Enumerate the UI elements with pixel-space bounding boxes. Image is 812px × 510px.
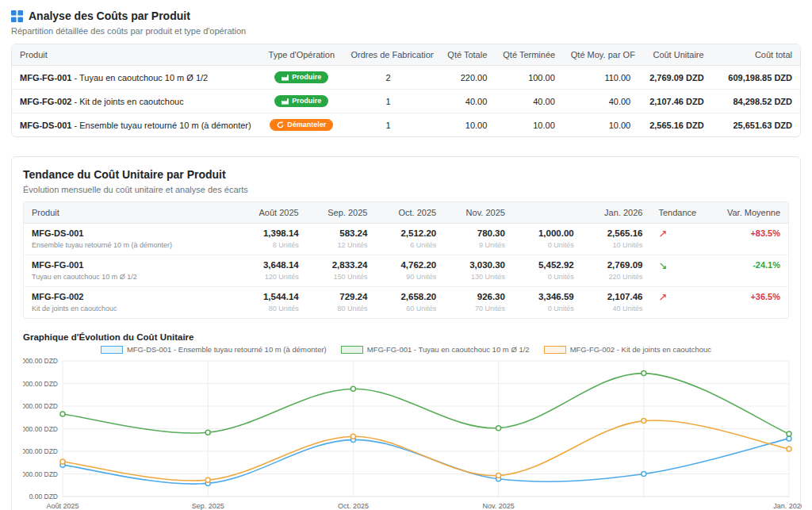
- orders-cell: 2: [343, 66, 433, 90]
- y-axis-tick-label: 2000.00 DZD: [23, 447, 58, 455]
- variation-cell: +36.5%: [704, 287, 788, 319]
- variation-value: +36.5%: [750, 292, 780, 301]
- cost-table-header-row: ProduitType d'OpérationOrdres de Fabrica…: [12, 44, 800, 66]
- month-cost-value: 1,398.14: [246, 228, 299, 238]
- month-cost-cell-3: 780.309 Unités: [444, 224, 513, 255]
- y-axis-tick-label: 5000.00 DZD: [23, 380, 58, 388]
- chart-line-2: [63, 420, 789, 481]
- month-units: 90 Unités: [383, 273, 436, 281]
- y-axis-tick-label: 0.00 DZD: [29, 493, 58, 500]
- trend-product-cell: MFG-DS-001Ensemble tuyau retourné 10 m (…: [24, 224, 238, 255]
- dismantle-icon: [277, 121, 284, 128]
- legend-item-0[interactable]: MFG-DS-001 - Ensemble tuyau retourné 10 …: [101, 345, 327, 354]
- trend-product-cell: MFG-FG-002Kit de joints en caoutchouc: [24, 287, 238, 319]
- column-header-unit_cost: Coût Unitaire: [638, 44, 711, 66]
- chart-point[interactable]: [350, 386, 355, 391]
- variation-cell: -24.1%: [704, 255, 788, 287]
- qty-avg-cell: 40.00: [563, 90, 638, 113]
- trend-table-row: MFG-DS-001Ensemble tuyau retourné 10 m (…: [24, 224, 788, 255]
- month-cost-cell-2: 4,762.2090 Unités: [375, 255, 444, 287]
- chart-title: Graphique d'Évolution du Coût Unitaire: [23, 332, 789, 342]
- operation-label: Produire: [292, 74, 321, 81]
- chart-line-0: [63, 439, 789, 484]
- qty-total-cell: 10.00: [434, 113, 496, 137]
- qty-total-cell: 220.00: [434, 66, 496, 90]
- month-cost-value: 1,000.00: [521, 228, 574, 238]
- month-cost-cell-4: 5,452.920 Unités: [513, 255, 582, 287]
- total-cost-cell: 25,651.63 DZD: [712, 113, 800, 137]
- column-header-qty_total: Qté Totale: [434, 44, 496, 66]
- column-header-qty_done: Qté Terminée: [495, 44, 562, 66]
- chart-point[interactable]: [350, 434, 355, 439]
- legend-item-1[interactable]: MFG-FG-001 - Tuyau en caoutchouc 10 m Ø …: [341, 345, 530, 354]
- column-header-qty_avg: Qté Moy. par OF: [563, 44, 638, 66]
- y-axis-tick-label: 1000.00 DZD: [23, 470, 58, 478]
- x-axis-tick-label: Oct. 2025: [338, 502, 369, 510]
- month-units: 0 Unités: [521, 305, 574, 313]
- trend-column-header-2: Sep. 2025: [307, 202, 376, 224]
- trend-cell: ↗: [650, 287, 703, 319]
- cost-table-row: MFG-DS-001 - Ensemble tuyau retourné 10 …: [12, 113, 800, 137]
- total-cost-cell: 609,198.85 DZD: [712, 66, 800, 90]
- chart-point[interactable]: [787, 447, 791, 451]
- month-cost-cell-5: 2,107.4640 Unités: [582, 287, 651, 319]
- trend-column-header-4: Nov. 2025: [444, 202, 513, 224]
- chart-point[interactable]: [205, 477, 210, 482]
- column-header-orders: Ordres de Fabrication: [343, 44, 433, 66]
- variation-value: +83.5%: [750, 228, 780, 238]
- month-cost-cell-5: 2,769.09220 Unités: [582, 255, 651, 287]
- orders-cell: 1: [343, 113, 433, 137]
- trend-subtitle: Évolution mensuelle du coût unitaire et …: [23, 185, 789, 194]
- qty-avg-cell: 110.00: [563, 66, 638, 90]
- cost-analysis-page: Analyse des Coûts par Produit Répartitio…: [0, 0, 812, 510]
- trend-column-header-3: Oct. 2025: [375, 202, 444, 224]
- operation-cell: Produire: [260, 66, 343, 90]
- month-cost-value: 3,346.59: [521, 292, 574, 301]
- y-axis-tick-label: 3000.00 DZD: [23, 425, 58, 433]
- trend-column-header-0: Produit: [24, 202, 238, 224]
- chart-point[interactable]: [642, 371, 646, 376]
- month-cost-value: 2,833.24: [315, 260, 368, 270]
- month-cost-cell-0: 3,648.14120 Unités: [238, 255, 307, 287]
- chart-point[interactable]: [642, 472, 646, 477]
- chart-point[interactable]: [205, 430, 210, 435]
- legend-label-0: MFG-DS-001 - Ensemble tuyau retourné 10 …: [127, 345, 327, 354]
- month-cost-value: 3,648.14: [246, 260, 299, 270]
- operation-label: Produire: [292, 98, 321, 105]
- product-cell: MFG-FG-002 - Kit de joints en caoutchouc: [12, 90, 260, 113]
- month-cost-value: 583.24: [315, 228, 368, 238]
- chart-point[interactable]: [787, 431, 791, 436]
- month-cost-cell-2: 2,512.206 Unités: [375, 224, 444, 255]
- page-subtitle: Répartition détaillée des coûts par prod…: [11, 26, 801, 36]
- month-units: 0 Unités: [521, 273, 574, 281]
- trend-product-code: MFG-FG-001: [32, 260, 230, 270]
- chart-point[interactable]: [496, 426, 501, 431]
- chart-point[interactable]: [496, 474, 501, 478]
- y-axis-tick-label: 4000.00 DZD: [23, 402, 58, 410]
- operation-badge: Produire: [274, 71, 328, 83]
- trend-cell: ↘: [650, 255, 703, 287]
- month-units: 12 Unités: [315, 241, 368, 249]
- chart-point[interactable]: [60, 412, 65, 416]
- trend-card: Tendance du Coût Unitaire par Produit Év…: [11, 156, 801, 510]
- trend-arrow-icon: ↗: [658, 228, 667, 240]
- month-units: 80 Unités: [246, 305, 299, 313]
- x-axis-tick-label: Jan. 2026: [773, 502, 802, 510]
- trend-product-name: Tuyau en caoutchouc 10 m Ø 1/2: [32, 273, 230, 281]
- unit-cost-cell: 2,769.09 DZD: [638, 66, 711, 90]
- trend-product-code: MFG-DS-001: [32, 228, 230, 238]
- legend-item-2[interactable]: MFG-FG-002 - Kit de joints en caoutchouc: [544, 345, 711, 354]
- legend-swatch-0: [101, 346, 123, 354]
- product-code: MFG-DS-001: [20, 121, 71, 130]
- cost-table: ProduitType d'OpérationOrdres de Fabrica…: [12, 44, 800, 136]
- month-cost-value: 926.30: [452, 292, 505, 301]
- unit-cost-evolution-chart[interactable]: 6000.00 DZD5000.00 DZD4000.00 DZD3000.00…: [23, 355, 802, 510]
- trend-table-row: MFG-FG-002Kit de joints en caoutchouc1,5…: [24, 287, 788, 319]
- trend-column-header-7: Tendance: [650, 202, 703, 224]
- month-cost-cell-3: 926.3070 Unités: [444, 287, 513, 319]
- chart-point[interactable]: [60, 459, 65, 464]
- chart-point[interactable]: [642, 419, 646, 424]
- operation-badge: Produire: [274, 95, 328, 107]
- month-cost-value: 1,544.14: [246, 292, 299, 301]
- month-units: 130 Unités: [452, 273, 505, 281]
